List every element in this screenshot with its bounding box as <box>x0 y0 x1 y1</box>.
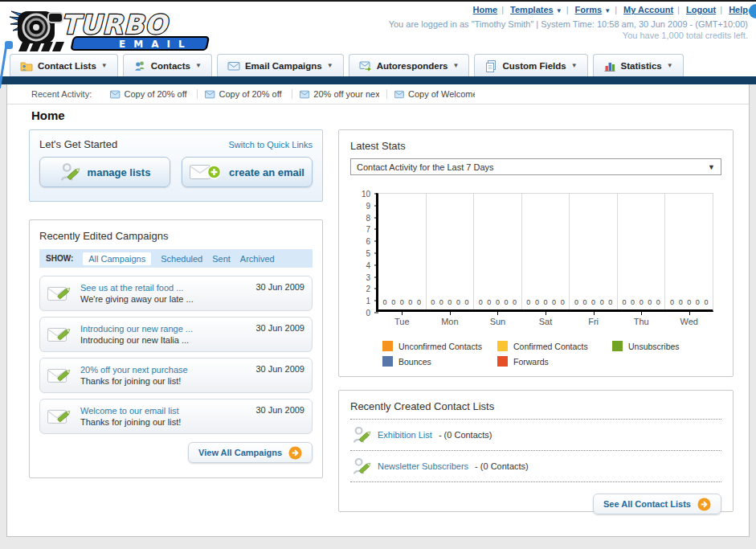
recently-edited-campaigns-panel: Recently Edited Campaigns SHOW: All Camp… <box>29 219 323 478</box>
page-title: Home <box>31 109 65 122</box>
custom-fields-icon <box>484 59 497 72</box>
statistics-icon <box>603 59 616 72</box>
tab-custom-fields[interactable]: Custom Fields▼ <box>474 54 587 76</box>
recent-activity-item[interactable]: Copy of Welcome to <box>387 89 482 99</box>
see-all-contact-lists-button[interactable]: See All Contact Lists <box>593 494 721 514</box>
x-axis-label: Fri <box>570 317 617 326</box>
x-axis-label: Wed <box>665 317 713 326</box>
y-axis-tick: 4 <box>366 260 378 269</box>
latest-stats-heading: Latest Stats <box>350 140 721 152</box>
tab-statistics[interactable]: Statistics▼ <box>593 54 684 76</box>
chart-day-group: 00000Fri <box>570 194 618 309</box>
filter-scheduled[interactable]: Scheduled <box>161 254 202 264</box>
turbo-email-logo: TURBO EMAIL <box>6 6 219 53</box>
view-all-campaigns-button[interactable]: View All Campaigns <box>188 442 313 463</box>
email-campaigns-icon <box>227 59 240 72</box>
chevron-down-icon: ▼ <box>453 62 460 69</box>
contact-list-link[interactable]: Exhibition List <box>378 430 432 440</box>
create-email-button[interactable]: create an email <box>182 157 313 187</box>
chart-day-group: 00000Sat <box>522 194 570 309</box>
person-pencil-icon <box>59 162 80 182</box>
contact-list-item[interactable]: Exhibition List - (0 Contacts) <box>350 420 721 451</box>
tab-label: Contact Lists <box>38 61 96 71</box>
campaign-item[interactable]: See us at the retail food ...We're givin… <box>39 276 313 311</box>
y-axis-tick: 9 <box>366 201 378 210</box>
campaign-item[interactable]: 20% off your next purchaseThanks for joi… <box>39 358 313 393</box>
campaign-title-link[interactable]: Introducing our new range ... <box>80 323 248 334</box>
recent-activity-item-label: 20% off your next p <box>313 89 379 99</box>
envelope-pencil-icon <box>47 365 73 386</box>
envelope-icon <box>110 90 120 99</box>
chart-day-group: 00000Thu <box>618 194 666 309</box>
recent-activity-item[interactable]: Copy of 20% off yo <box>198 89 292 99</box>
chevron-down-icon: ▼ <box>327 62 333 69</box>
login-info-text: You are logged in as "Timothy Smith" | S… <box>389 19 748 29</box>
data-labels-row: 00000 <box>378 298 426 306</box>
nav-link-my-account[interactable]: My Account <box>623 5 673 14</box>
filter-all-campaigns[interactable]: All Campaigns <box>83 252 151 265</box>
y-axis-tick: 10 <box>362 190 378 199</box>
contact-lists-heading: Recently Created Contact Lists <box>350 400 721 420</box>
y-axis-tick: 7 <box>366 225 378 234</box>
contact-list-item[interactable]: Newsletter Subscribers - (0 Contacts) <box>350 451 721 482</box>
recent-activity-bar: Recent Activity: Copy of 20% off yo Copy… <box>7 84 749 104</box>
tab-autoresponders[interactable]: Autoresponders▼ <box>349 54 470 76</box>
recent-activity-item[interactable]: Copy of 20% off yo <box>103 89 198 99</box>
recent-activity-item[interactable]: 20% off your next p <box>292 89 387 99</box>
tab-email-campaigns[interactable]: Email Campaigns▼ <box>217 54 344 76</box>
nav-link-home[interactable]: Home <box>473 5 498 14</box>
nav-separator: | <box>566 5 569 14</box>
switch-to-quick-links[interactable]: Switch to Quick Links <box>228 140 313 150</box>
tab-label: Autoresponders <box>377 61 448 71</box>
nav-link-forms[interactable]: Forms <box>575 5 603 14</box>
app-window: TURBO EMAIL Home| Templates ▼| Forms ▼| … <box>0 0 756 549</box>
envelope-pencil-icon <box>47 406 73 427</box>
tab-contact-lists[interactable]: Contact Lists▼ <box>10 54 118 76</box>
envelope-icon <box>394 90 404 99</box>
data-labels-row: 00000 <box>474 298 521 306</box>
view-all-campaigns-label: View All Campaigns <box>198 448 282 457</box>
y-axis-tick: 0 <box>366 309 378 318</box>
tab-contacts[interactable]: Contacts▼ <box>123 54 212 76</box>
envelope-icon <box>300 90 309 99</box>
campaign-date: 30 Jun 2009 <box>255 323 304 333</box>
latest-stats-panel: Latest Stats Contact Activity for the La… <box>338 129 734 377</box>
stats-period-select[interactable]: Contact Activity for the Last 7 Days ▼ <box>350 158 721 175</box>
svg-text:TURBO: TURBO <box>61 9 170 40</box>
recent-activity-label: Recent Activity: <box>31 89 92 99</box>
nav-link-logout[interactable]: Logout <box>686 5 716 14</box>
legend-item: Bounces <box>382 356 497 367</box>
chart-day-group: 00000Wed <box>665 194 713 309</box>
contact-list-link[interactable]: Newsletter Subscribers <box>378 461 468 471</box>
campaign-title-link[interactable]: Welcome to our email list <box>80 405 248 416</box>
campaign-subtitle: Introducing our new Italia ... <box>80 334 248 346</box>
campaign-item[interactable]: Welcome to our email listThanks for join… <box>39 399 313 434</box>
filter-sent[interactable]: Sent <box>212 254 231 264</box>
campaign-title-link[interactable]: See us at the retail food ... <box>80 282 248 293</box>
svg-text:EMAIL: EMAIL <box>119 39 193 50</box>
main-content: Recent Activity: Copy of 20% off yo Copy… <box>6 84 750 537</box>
get-started-panel: Let's Get Started Switch to Quick Links … <box>29 129 323 202</box>
manage-lists-button[interactable]: manage lists <box>39 157 170 187</box>
campaign-item[interactable]: Introducing our new range ...Introducing… <box>39 317 313 352</box>
nav-link-help[interactable]: Help <box>729 5 748 14</box>
campaign-date: 30 Jun 2009 <box>255 364 304 374</box>
nav-separator: | <box>615 5 617 14</box>
y-axis-tick: 1 <box>366 297 378 305</box>
utility-nav: Home| Templates ▼| Forms ▼| My Account| … <box>389 5 748 14</box>
data-labels-row: 00000 <box>665 298 713 306</box>
get-started-heading: Let's Get Started <box>39 138 117 150</box>
contact-lists-icon <box>20 59 33 72</box>
filter-archived[interactable]: Archived <box>240 254 275 264</box>
legend-item: Unconfirmed Contacts <box>382 341 497 351</box>
campaigns-heading: Recently Edited Campaigns <box>39 230 313 242</box>
nav-link-templates[interactable]: Templates <box>510 5 554 14</box>
x-axis-label: Sun <box>474 317 521 326</box>
x-axis-label: Mon <box>427 317 474 326</box>
help-bubble-icon[interactable] <box>749 4 756 18</box>
data-labels-row: 00000 <box>570 298 617 306</box>
tab-label: Statistics <box>621 61 662 71</box>
see-all-contact-lists-label: See All Contact Lists <box>603 499 691 509</box>
y-axis-tick: 3 <box>366 272 378 281</box>
campaign-title-link[interactable]: 20% off your next purchase <box>80 364 248 375</box>
